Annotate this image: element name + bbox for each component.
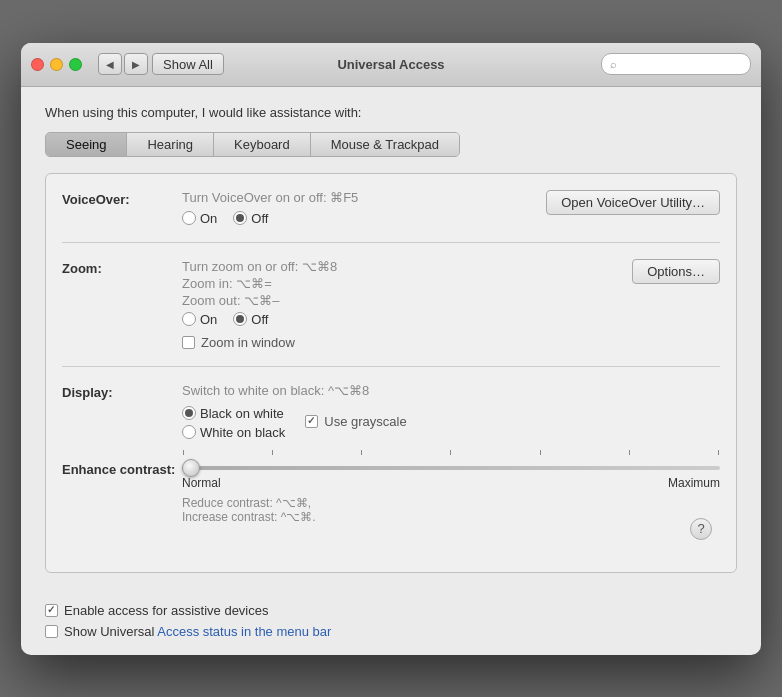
- tab-mouse-trackpad[interactable]: Mouse & Trackpad: [311, 133, 459, 156]
- search-icon: ⌕: [610, 58, 617, 70]
- voiceover-section: VoiceOver: Turn VoiceOver on or off: ⌘F5…: [62, 190, 720, 226]
- zoom-on-input[interactable]: [182, 312, 196, 326]
- use-grayscale-row: Use grayscale: [305, 414, 406, 429]
- use-grayscale-checkbox[interactable]: [305, 415, 318, 428]
- tick-1: [183, 450, 184, 455]
- increase-contrast-hint: Increase contrast: ^⌥⌘.: [182, 510, 720, 524]
- black-on-white-radio[interactable]: Black on white: [182, 406, 285, 421]
- traffic-lights: [31, 58, 82, 71]
- zoom-hint-3: Zoom out: ⌥⌘–: [182, 293, 337, 308]
- tab-seeing[interactable]: Seeing: [46, 133, 127, 156]
- access-status-text: Access status in the menu bar: [157, 624, 331, 639]
- contrast-hints: Reduce contrast: ^⌥⌘, Increase contrast:…: [62, 496, 720, 524]
- voiceover-off-radio[interactable]: Off: [233, 211, 268, 226]
- nav-buttons: ◀ ▶: [98, 53, 148, 75]
- zoom-label: Zoom:: [62, 259, 182, 276]
- voiceover-on-label: On: [200, 211, 217, 226]
- open-voiceover-utility-button[interactable]: Open VoiceOver Utility…: [546, 190, 720, 215]
- display-radio-group: Black on white White on black: [182, 406, 285, 440]
- zoom-in-window-row: Zoom in window: [182, 335, 337, 350]
- contrast-slider[interactable]: [182, 466, 720, 470]
- tabs-bar: Seeing Hearing Keyboard Mouse & Trackpad: [45, 132, 460, 157]
- back-button[interactable]: ◀: [98, 53, 122, 75]
- tick-7: [718, 450, 719, 455]
- enable-assistive-checkbox[interactable]: [45, 604, 58, 617]
- close-button[interactable]: [31, 58, 44, 71]
- help-button[interactable]: ?: [690, 518, 712, 540]
- contrast-slider-container: Normal Maximum: [182, 450, 720, 490]
- white-on-black-input[interactable]: [182, 425, 196, 439]
- show-status-checkbox[interactable]: [45, 625, 58, 638]
- black-on-white-input[interactable]: [182, 406, 196, 420]
- zoom-options-button[interactable]: Options…: [632, 259, 720, 284]
- zoom-off-input[interactable]: [233, 312, 247, 326]
- show-status-label: Show Universal Access status in the menu…: [64, 624, 331, 639]
- forward-button[interactable]: ▶: [124, 53, 148, 75]
- zoom-hints: Turn zoom on or off: ⌥⌘8 Zoom in: ⌥⌘= Zo…: [182, 259, 337, 308]
- tick-4: [450, 450, 451, 455]
- universal-text: Universal: [100, 624, 154, 639]
- main-panel: VoiceOver: Turn VoiceOver on or off: ⌘F5…: [45, 173, 737, 573]
- zoom-hint-1: Turn zoom on or off: ⌥⌘8: [182, 259, 337, 274]
- use-grayscale-label: Use grayscale: [324, 414, 406, 429]
- bottom-area: Enable access for assistive devices Show…: [21, 591, 761, 655]
- voiceover-on-input[interactable]: [182, 211, 196, 225]
- help-container: ?: [62, 528, 720, 540]
- show-status-row[interactable]: Show Universal Access status in the menu…: [45, 624, 737, 639]
- zoom-off-label: Off: [251, 312, 268, 327]
- voiceover-on-radio[interactable]: On: [182, 211, 217, 226]
- zoom-in-window-label: Zoom in window: [201, 335, 295, 350]
- zoom-hint-2: Zoom in: ⌥⌘=: [182, 276, 337, 291]
- assistance-label: When using this computer, I would like a…: [45, 105, 737, 120]
- voiceover-off-label: Off: [251, 211, 268, 226]
- grayscale-area: Use grayscale: [305, 406, 406, 429]
- white-on-black-radio[interactable]: White on black: [182, 425, 285, 440]
- tick-6: [629, 450, 630, 455]
- titlebar: ◀ ▶ Show All Universal Access ⌕: [21, 43, 761, 87]
- zoom-off-radio[interactable]: Off: [233, 312, 268, 327]
- display-hint: Switch to white on black: ^⌥⌘8: [182, 383, 720, 398]
- enable-assistive-label: Enable access for assistive devices: [64, 603, 268, 618]
- zoom-radio-group: On Off: [182, 312, 337, 327]
- white-on-black-label: White on black: [200, 425, 285, 440]
- window: ◀ ▶ Show All Universal Access ⌕ When usi…: [21, 43, 761, 655]
- zoom-on-label: On: [200, 312, 217, 327]
- search-box[interactable]: ⌕: [601, 53, 751, 75]
- zoom-on-radio[interactable]: On: [182, 312, 217, 327]
- display-label: Display:: [62, 383, 182, 400]
- voiceover-hint: Turn VoiceOver on or off: ⌘F5: [182, 190, 358, 205]
- voiceover-off-input[interactable]: [233, 211, 247, 225]
- contrast-label: Enhance contrast:: [62, 462, 182, 477]
- slider-labels: Normal Maximum: [182, 476, 720, 490]
- tick-marks: [182, 450, 720, 455]
- display-content: Switch to white on black: ^⌥⌘8 Black on …: [182, 383, 720, 440]
- tick-2: [272, 450, 273, 455]
- tick-3: [361, 450, 362, 455]
- tab-keyboard[interactable]: Keyboard: [214, 133, 311, 156]
- tab-hearing[interactable]: Hearing: [127, 133, 214, 156]
- search-input[interactable]: [621, 57, 742, 71]
- normal-label: Normal: [182, 476, 221, 490]
- window-title: Universal Access: [337, 57, 444, 72]
- black-on-white-label: Black on white: [200, 406, 284, 421]
- zoom-in-window-checkbox[interactable]: [182, 336, 195, 349]
- tick-5: [540, 450, 541, 455]
- zoom-button[interactable]: [69, 58, 82, 71]
- maximum-label: Maximum: [668, 476, 720, 490]
- zoom-section: Zoom: Turn zoom on or off: ⌥⌘8 Zoom in: …: [62, 242, 720, 350]
- content-area: When using this computer, I would like a…: [21, 87, 761, 591]
- reduce-contrast-hint: Reduce contrast: ^⌥⌘,: [182, 496, 720, 510]
- contrast-row: Enhance contrast:: [62, 450, 720, 490]
- minimize-button[interactable]: [50, 58, 63, 71]
- voiceover-radio-group: On Off: [182, 211, 358, 226]
- voiceover-content: Turn VoiceOver on or off: ⌘F5 On Off: [182, 190, 720, 226]
- display-section: Display: Switch to white on black: ^⌥⌘8 …: [62, 366, 720, 540]
- zoom-content: Turn zoom on or off: ⌥⌘8 Zoom in: ⌥⌘= Zo…: [182, 259, 720, 350]
- show-all-button[interactable]: Show All: [152, 53, 224, 75]
- voiceover-label: VoiceOver:: [62, 190, 182, 207]
- enable-assistive-row[interactable]: Enable access for assistive devices: [45, 603, 737, 618]
